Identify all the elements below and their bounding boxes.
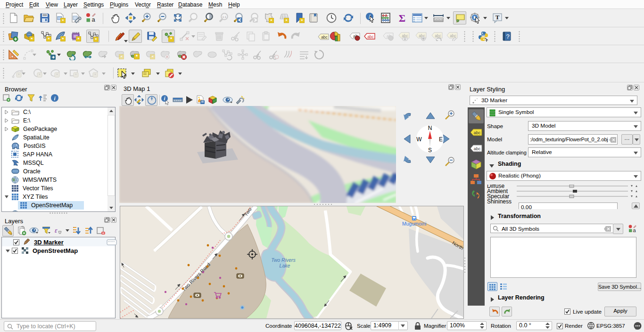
svg-text:a: a <box>91 16 95 23</box>
svg-text:T: T <box>495 14 500 21</box>
svg-text:W: W <box>416 136 422 143</box>
svg-text:E: E <box>439 136 443 143</box>
svg-text:Mugumoini: Mugumoini <box>402 221 426 227</box>
svg-text:Lake: Lake <box>280 263 290 268</box>
svg-text:1:1: 1:1 <box>223 16 227 18</box>
svg-text:*: * <box>94 73 96 77</box>
svg-text:Σ: Σ <box>399 12 405 24</box>
svg-text:*: * <box>39 73 41 77</box>
svg-text:*: * <box>18 73 20 77</box>
svg-text:a: a <box>633 227 636 233</box>
svg-text:ε: ε <box>55 227 58 234</box>
svg-text:*: * <box>56 73 58 77</box>
svg-text:Two Rivers: Two Rivers <box>271 257 296 263</box>
svg-text:N: N <box>428 125 432 131</box>
svg-text:*: * <box>75 73 77 77</box>
svg-text:?: ? <box>506 33 509 40</box>
svg-text:abc: abc <box>474 130 481 135</box>
svg-text:S: S <box>428 147 432 154</box>
svg-text:abc: abc <box>474 146 481 151</box>
svg-text:abc: abc <box>367 34 374 39</box>
